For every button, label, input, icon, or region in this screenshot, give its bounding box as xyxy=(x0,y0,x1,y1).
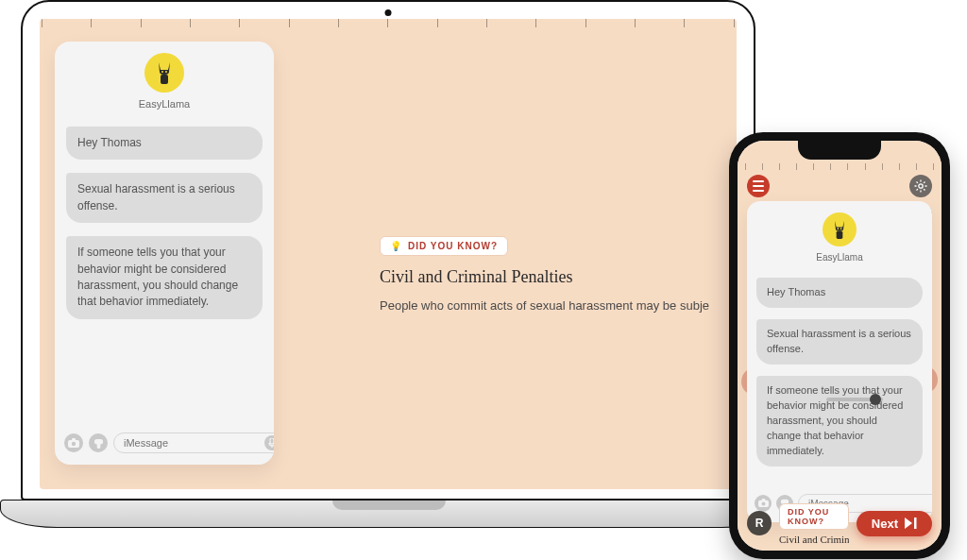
chat-text-input[interactable] xyxy=(113,433,274,453)
laptop-device: EasyLlama Hey Thomas Sexual harassment i… xyxy=(21,0,755,531)
chat-header: EasyLlama xyxy=(747,201,932,268)
svg-point-1 xyxy=(161,71,163,73)
chat-input-bar xyxy=(55,425,274,465)
mic-icon[interactable] xyxy=(264,435,274,450)
did-you-know-badge: 💡 DID YOU KNOW? xyxy=(380,236,508,256)
chat-bubble: Sexual harassment is a serious offense. xyxy=(66,173,263,223)
laptop-base xyxy=(0,500,778,528)
chat-contact-name: EasyLlama xyxy=(55,98,274,110)
chat-bubble: If someone tells you that your behavior … xyxy=(66,236,263,319)
next-button-label: Next xyxy=(872,517,898,531)
settings-button[interactable] xyxy=(909,175,932,197)
restart-button[interactable]: R xyxy=(747,511,772,535)
svg-point-16 xyxy=(838,228,840,229)
lesson-heading: Civil and Criminal Penalties xyxy=(380,267,737,287)
scrubber-thumb[interactable] xyxy=(870,394,881,405)
chat-bubble: Hey Thomas xyxy=(756,278,923,308)
phone-progress-ticks xyxy=(745,163,934,171)
menu-button[interactable] xyxy=(747,175,770,197)
progress-ticks xyxy=(40,19,737,30)
audio-scrubber[interactable] xyxy=(826,398,883,401)
phone-content-preview: DID YOU KNOW? Civil and Criminal Penalti… xyxy=(779,501,849,545)
llama-icon xyxy=(153,59,176,87)
gear-icon xyxy=(914,179,927,193)
laptop-viewport: EasyLlama Hey Thomas Sexual harassment i… xyxy=(40,19,737,489)
chat-contact-name: EasyLlama xyxy=(747,252,932,263)
phone-device: ? EasyLlama Hey xyxy=(729,132,950,559)
svg-rect-0 xyxy=(161,75,168,84)
badge-text: DID YOU KNOW? xyxy=(788,507,840,526)
chat-messages: Hey Thomas Sexual harassment is a seriou… xyxy=(55,115,274,425)
badge-text: DID YOU KNOW? xyxy=(408,241,498,251)
llama-icon xyxy=(830,217,849,242)
svg-rect-4 xyxy=(72,438,76,441)
next-button[interactable]: Next xyxy=(857,511,932,536)
svg-line-11 xyxy=(917,182,918,183)
laptop-trackpad-notch xyxy=(332,501,446,510)
laptop-bezel: EasyLlama Hey Thomas Sexual harassment i… xyxy=(21,0,755,501)
svg-line-12 xyxy=(924,189,925,190)
chat-card-phone: EasyLlama Hey Thomas Sexual harassment i… xyxy=(747,201,932,522)
svg-point-6 xyxy=(919,184,923,188)
svg-rect-15 xyxy=(837,231,843,239)
avatar xyxy=(144,53,184,93)
laptop-camera xyxy=(385,9,392,16)
chat-header: EasyLlama xyxy=(55,42,274,115)
chat-card: EasyLlama Hey Thomas Sexual harassment i… xyxy=(55,42,274,465)
camera-icon[interactable] xyxy=(64,433,83,452)
lesson-paragraph: People who commit acts of sexual harassm… xyxy=(380,297,737,315)
chat-input-wrap xyxy=(113,433,274,453)
svg-point-2 xyxy=(165,71,167,73)
svg-line-14 xyxy=(924,182,925,183)
apps-icon[interactable] xyxy=(89,433,108,452)
play-next-icon xyxy=(904,517,919,530)
lightbulb-icon: 💡 xyxy=(390,241,402,251)
avatar xyxy=(823,212,857,246)
svg-point-5 xyxy=(72,442,76,446)
lesson-content: 💡 DID YOU KNOW? Civil and Criminal Penal… xyxy=(380,236,737,315)
lesson-heading: Civil and Criminal Penalties xyxy=(779,534,849,545)
did-you-know-badge: DID YOU KNOW? xyxy=(779,503,849,530)
chat-bubble: Sexual harassment is a serious offense. xyxy=(756,319,923,365)
svg-point-17 xyxy=(840,228,842,229)
phone-inner: ? EasyLlama Hey xyxy=(738,141,942,551)
svg-rect-21 xyxy=(914,518,917,529)
hamburger-icon xyxy=(753,180,764,192)
chat-bubble: Hey Thomas xyxy=(66,127,263,160)
phone-topbar xyxy=(747,175,932,197)
phone-viewport: ? EasyLlama Hey xyxy=(738,141,942,551)
chat-messages: Hey Thomas Sexual harassment is a seriou… xyxy=(747,268,932,488)
phone-notch xyxy=(798,141,881,160)
chat-bubble: If someone tells you that your behavior … xyxy=(756,376,923,467)
svg-line-13 xyxy=(917,189,918,190)
phone-bottom-bar: R DID YOU KNOW? Civil and Criminal Penal… xyxy=(747,501,932,545)
